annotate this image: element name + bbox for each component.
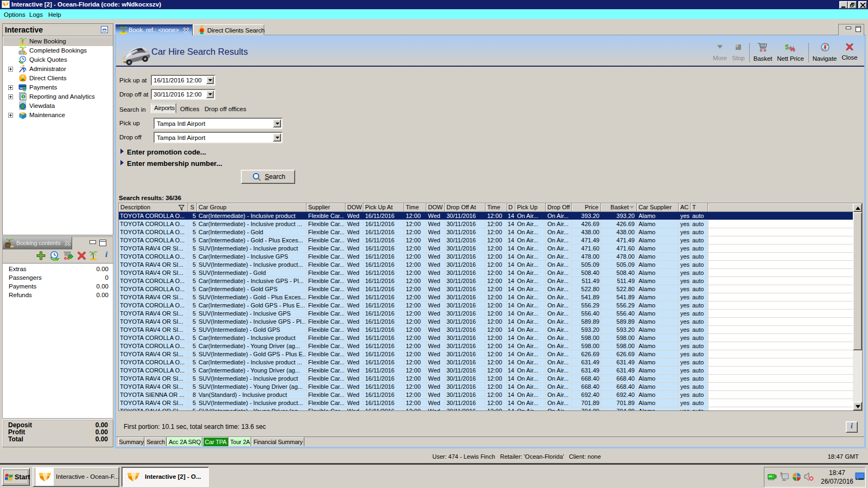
svg-text:$: $ — [785, 43, 789, 51]
svg-text:$: $ — [23, 86, 26, 92]
svg-text:%: % — [789, 46, 795, 52]
